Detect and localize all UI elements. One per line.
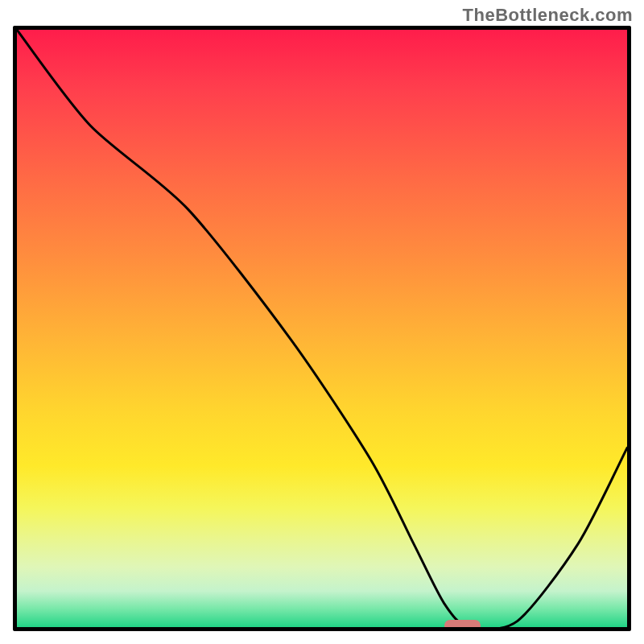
watermark-label: TheBottleneck.com xyxy=(463,5,633,26)
chart-background-gradient xyxy=(17,30,627,627)
optimal-marker xyxy=(444,620,481,631)
chart-frame xyxy=(13,26,631,631)
